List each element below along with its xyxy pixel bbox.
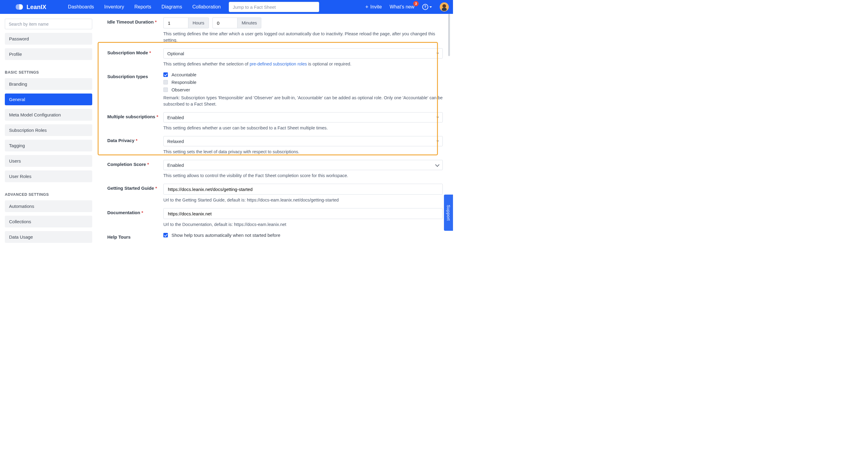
- help-idle-timeout: This setting defines the time after whic…: [163, 31, 443, 43]
- link-predefined-roles[interactable]: pre-defined subscription roles: [250, 62, 307, 66]
- help-sub-mode-post: is optional or required.: [307, 62, 351, 66]
- brand-name: LeanIX: [27, 4, 46, 10]
- sidebar-item-users[interactable]: Users: [5, 155, 92, 167]
- caret-down-icon: [436, 141, 439, 142]
- label-subscription-mode-text: Subscription Mode: [107, 50, 148, 55]
- checkbox-responsible: Responsible: [163, 80, 443, 85]
- select-subscription-mode-value: Optional: [167, 51, 184, 56]
- checkbox-observer: Observer: [163, 87, 443, 92]
- minutes-input[interactable]: [213, 18, 237, 28]
- label-multiple-subscriptions: Multiple subscriptions *: [107, 112, 163, 131]
- select-completion-score[interactable]: Enabled: [163, 160, 443, 170]
- help-data-privacy: This setting sets the level of data priv…: [163, 149, 443, 155]
- row-subscription-types: Subscription types Accountable Responsib…: [107, 72, 443, 108]
- invite-label: Invite: [370, 4, 382, 10]
- nav-collaboration[interactable]: Collaboration: [187, 4, 226, 10]
- sidebar-heading-basic: BASIC SETTINGS: [5, 70, 92, 75]
- nav-dashboards[interactable]: Dashboards: [63, 4, 99, 10]
- caret-down-icon: [430, 6, 432, 8]
- nav-inventory[interactable]: Inventory: [99, 4, 129, 10]
- checkbox-accountable[interactable]: Accountable: [163, 72, 443, 77]
- label-subscription-types: Subscription types: [107, 72, 163, 108]
- brand[interactable]: LeanIX: [15, 4, 46, 10]
- checkbox-icon: [163, 72, 168, 77]
- invite-button[interactable]: + Invite: [365, 4, 382, 10]
- help-sub-mode-pre: This setting defines whether the selecti…: [163, 62, 250, 66]
- row-subscription-mode: Subscription Mode * Optional This settin…: [107, 48, 443, 67]
- caret-down-icon: [436, 53, 439, 54]
- help-subscription-mode: This setting defines whether the selecti…: [163, 61, 443, 67]
- label-get-started-text: Getting Started Guide: [107, 185, 154, 190]
- select-data-privacy-value: Relaxed: [167, 139, 184, 144]
- nav-right: + Invite What's new 3 ?: [365, 2, 449, 11]
- label-idle-timeout-text: Idle Timeout Duration: [107, 19, 154, 24]
- row-idle-timeout: Idle Timeout Duration * Hours Minutes Th…: [107, 18, 443, 43]
- select-subscription-mode[interactable]: Optional: [163, 48, 443, 59]
- nav-search-input[interactable]: [229, 2, 319, 12]
- label-completion-score: Completion Score *: [107, 160, 163, 179]
- row-multiple-subscriptions: Multiple subscriptions * Enabled This se…: [107, 112, 443, 131]
- select-comp-score-value: Enabled: [167, 163, 184, 168]
- sidebar-search: [5, 19, 92, 29]
- sidebar-search-input[interactable]: [5, 19, 92, 29]
- brand-logo-icon: [15, 4, 24, 10]
- label-help-tours: Help Tours: [107, 233, 163, 240]
- select-multiple-subscriptions[interactable]: Enabled: [163, 112, 443, 122]
- sidebar-item-password[interactable]: Password: [5, 33, 92, 45]
- sidebar-item-automations[interactable]: Automations: [5, 200, 92, 212]
- sidebar-item-meta-model[interactable]: Meta Model Configuration: [5, 109, 92, 121]
- row-completion-score: Completion Score * Enabled This setting …: [107, 160, 443, 179]
- support-tab[interactable]: Support: [444, 195, 453, 231]
- whats-new-button[interactable]: What's new 3: [390, 4, 414, 10]
- help-documentation: Url to the Documentation, default is: ht…: [163, 222, 443, 228]
- sidebar-item-collections[interactable]: Collections: [5, 216, 92, 228]
- nav-search: [229, 2, 319, 12]
- sidebar-item-branding[interactable]: Branding: [5, 78, 92, 90]
- sidebar: Password Profile BASIC SETTINGS Branding…: [0, 14, 97, 245]
- sidebar-item-profile[interactable]: Profile: [5, 48, 92, 60]
- checkbox-icon: [163, 87, 168, 92]
- sidebar-item-user-roles[interactable]: User Roles: [5, 171, 92, 182]
- hours-input[interactable]: [163, 18, 188, 28]
- support-label: Support: [446, 205, 451, 221]
- label-documentation: Documentation *: [107, 208, 163, 228]
- help-multiple-subscriptions: This setting defines whether a user can …: [163, 125, 443, 131]
- whats-new-label: What's new: [390, 4, 414, 9]
- row-help-tours: Help Tours Show help tours automatically…: [107, 233, 443, 240]
- help-completion-score: This setting allows to control the visib…: [163, 173, 443, 179]
- checkbox-responsible-label: Responsible: [172, 80, 196, 85]
- row-data-privacy: Data Privacy * Relaxed This setting sets…: [107, 136, 443, 155]
- input-getting-started[interactable]: [163, 184, 443, 195]
- chevron-down-icon: [435, 163, 439, 167]
- nav-diagrams[interactable]: Diagrams: [156, 4, 187, 10]
- user-avatar[interactable]: [440, 2, 449, 11]
- sidebar-item-general[interactable]: General: [5, 93, 92, 105]
- label-data-privacy: Data Privacy *: [107, 136, 163, 155]
- nav-reports[interactable]: Reports: [129, 4, 156, 10]
- checkbox-help-tours-label: Show help tours automatically when not s…: [172, 233, 280, 238]
- nav-items: Dashboards Inventory Reports Diagrams Co…: [63, 4, 226, 10]
- help-subscription-types: Remark: Subscription types 'Responsible'…: [163, 95, 443, 108]
- label-data-privacy-text: Data Privacy: [107, 138, 134, 143]
- checkbox-icon: [163, 80, 168, 85]
- settings-form: Idle Timeout Duration * Hours Minutes Th…: [97, 14, 453, 245]
- sidebar-item-data-usage[interactable]: Data Usage: [5, 231, 92, 243]
- label-subscription-mode: Subscription Mode *: [107, 48, 163, 67]
- help-icon: ?: [422, 4, 428, 10]
- checkbox-observer-label: Observer: [172, 87, 190, 92]
- checkbox-accountable-label: Accountable: [172, 72, 196, 77]
- whats-new-badge: 3: [413, 1, 418, 6]
- checkbox-icon: [163, 233, 168, 237]
- top-nav: LeanIX Dashboards Inventory Reports Diag…: [0, 0, 453, 14]
- help-menu[interactable]: ?: [422, 4, 432, 10]
- scrollbar-thumb[interactable]: [448, 14, 450, 56]
- sidebar-item-tagging[interactable]: Tagging: [5, 140, 92, 151]
- input-documentation[interactable]: [163, 208, 443, 219]
- help-getting-started: Url to the Getting Started Guide, defaul…: [163, 197, 443, 203]
- select-mult-sub-value: Enabled: [167, 115, 184, 120]
- select-data-privacy[interactable]: Relaxed: [163, 136, 443, 146]
- sidebar-item-subscription-roles[interactable]: Subscription Roles: [5, 124, 92, 136]
- row-getting-started: Getting Started Guide * Url to the Getti…: [107, 184, 443, 203]
- checkbox-help-tours[interactable]: Show help tours automatically when not s…: [163, 233, 443, 238]
- hours-unit: Hours: [188, 18, 209, 28]
